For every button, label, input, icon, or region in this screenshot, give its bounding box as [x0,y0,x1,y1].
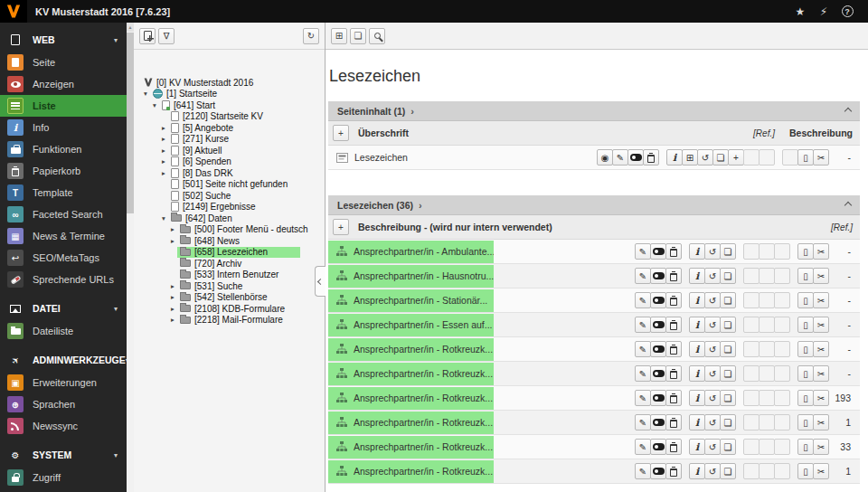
new-page-button[interactable] [139,28,156,44]
copy-button[interactable]: ▯ [797,341,814,357]
hide-button[interactable] [650,463,666,479]
typo3-logo[interactable] [0,0,27,23]
open-doc-button[interactable]: ❏ [720,317,736,333]
info-button[interactable]: i [689,365,705,382]
collapse-table-button[interactable]: + [333,125,349,141]
tree-node[interactable]: ▾ [642] Daten [134,213,325,224]
record-link[interactable]: Ansprechpartner/in - Hausnotru... [328,265,494,288]
filter-button[interactable]: ∇ [158,28,175,44]
tree-node[interactable]: ▸ [8] Das DRK [134,167,325,179]
hide-button[interactable] [650,390,666,406]
delete-button[interactable] [665,439,682,455]
tree-node[interactable]: ▸ [9] Aktuell [134,145,325,156]
collapse-table-button[interactable]: + [333,219,349,235]
help-icon[interactable]: ? [835,0,859,23]
copy-button[interactable]: ▯ [797,463,814,479]
record-link[interactable]: Ansprechpartner/in - Rotkreuzk... [328,363,494,385]
cut-button[interactable]: ✂ [813,365,829,382]
expander-icon[interactable]: ▸ [168,316,177,324]
delete-button[interactable] [643,149,659,166]
delete-button[interactable] [665,292,682,308]
expander-icon[interactable]: ▸ [168,305,177,313]
expander-icon[interactable]: ▾ [159,214,168,222]
cut-button[interactable]: ✂ [813,414,829,430]
refresh-button[interactable]: ↻ [303,28,319,44]
tree-node[interactable]: ▾ [1] Startseite [134,89,325,100]
sidebar-item-seo-metatags[interactable]: ↩ SEO/MetaTags [0,247,127,269]
tree-node-selected[interactable]: [658] Lesezeichen [134,247,325,259]
info-button[interactable]: i [689,414,705,430]
sidebar-item-dateiliste[interactable]: Dateiliste [0,320,127,342]
hide-button[interactable] [650,243,666,260]
new-record-after-button[interactable]: ⊞ [682,149,698,166]
open-doc-button[interactable]: ❏ [712,149,729,166]
edit-button[interactable]: ✎ [635,341,651,357]
expander-icon[interactable]: ▸ [159,124,168,132]
collapse-up-icon[interactable] [844,107,852,114]
open-doc-button[interactable]: ❏ [720,439,736,455]
open-doc-button[interactable]: ❏ [720,365,736,382]
clear-cache-bolt-icon[interactable]: ⚡ [812,0,835,23]
info-button[interactable]: i [689,341,705,357]
history-button[interactable]: ↺ [704,390,721,406]
tree-node[interactable]: [501] Seite nicht gefunden [134,179,325,191]
tree-collapse-handle[interactable] [315,266,326,297]
tree-node[interactable]: ▸ [271] Kurse [134,134,325,146]
edit-button[interactable]: ✎ [635,268,651,284]
expander-icon[interactable]: ▸ [159,157,168,166]
record-link[interactable]: Ansprechpartner/in - Stationär... [328,289,494,312]
open-doc-button[interactable]: ❏ [720,463,736,479]
edit-button[interactable]: ✎ [635,463,651,479]
edit-button[interactable]: ✎ [635,365,651,382]
copy-button[interactable]: ▯ [797,317,814,333]
scroll-up-arrow-icon[interactable]: ▲ [127,23,134,32]
search-button[interactable] [369,28,385,44]
hide-button[interactable] [650,317,666,333]
info-button[interactable]: i [689,268,705,284]
tree-node[interactable]: ▸ [542] Stellenbörse [134,292,325,304]
open-document-button[interactable]: ❏ [350,28,366,44]
copy-button[interactable]: ▯ [797,439,814,455]
open-doc-button[interactable]: ❏ [720,341,736,357]
tree-node[interactable]: [533] Intern Benutzer [134,270,325,281]
history-button[interactable]: ↺ [704,292,721,308]
hide-button[interactable] [627,149,644,166]
module-group-system[interactable]: ⚙ SYSTEM ▾ [0,443,127,467]
sidebar-item-newssync[interactable]: Newssync [0,415,127,437]
delete-button[interactable] [665,365,682,382]
record-link[interactable]: Ansprechpartner/in - Rotkreuzk... [328,412,494,434]
sidebar-item-zugriff[interactable]: Zugriff [0,467,127,488]
copy-button[interactable]: ▯ [797,365,814,382]
expander-icon[interactable]: ▸ [168,237,177,245]
collapse-up-icon[interactable] [844,201,852,208]
edit-button[interactable]: ✎ [635,292,651,308]
delete-button[interactable] [665,341,682,357]
expander-icon[interactable]: ▸ [159,169,168,177]
sidebar-item-info[interactable]: i Info [0,117,127,138]
caret-right-icon[interactable]: › [419,200,422,211]
copy-button[interactable]: ▯ [797,292,814,308]
hide-button[interactable] [650,341,666,357]
delete-button[interactable] [665,390,682,406]
edit-button[interactable]: ✎ [612,149,628,166]
hide-button[interactable] [650,439,666,455]
info-button[interactable]: i [689,243,705,260]
history-button[interactable]: ↺ [704,317,721,333]
history-button[interactable]: ↺ [704,243,721,260]
edit-button[interactable]: ✎ [635,439,651,455]
history-button[interactable]: ↺ [704,414,721,430]
cut-button[interactable]: ✂ [813,268,829,284]
sidebar-item-template[interactable]: T Template [0,182,127,203]
open-doc-button[interactable]: ❏ [720,243,736,260]
tree-node[interactable]: ▸ [2218] Mail-Formulare [134,315,325,326]
hide-button[interactable] [650,292,666,308]
info-button[interactable]: i [689,317,705,333]
hide-button[interactable] [650,414,666,430]
module-group-adminwerkzeuge[interactable]: ✈ ADMINWERKZEUGE ▾ [0,348,127,372]
cut-button[interactable]: ✂ [813,463,829,479]
cut-button[interactable]: ✂ [813,149,829,166]
info-button[interactable]: i [689,439,705,455]
cut-button[interactable]: ✂ [813,317,829,333]
sidebar-item-news-termine[interactable]: ▦ News & Termine [0,225,127,247]
panel-title[interactable]: Seiteninhalt (1) [337,106,405,117]
